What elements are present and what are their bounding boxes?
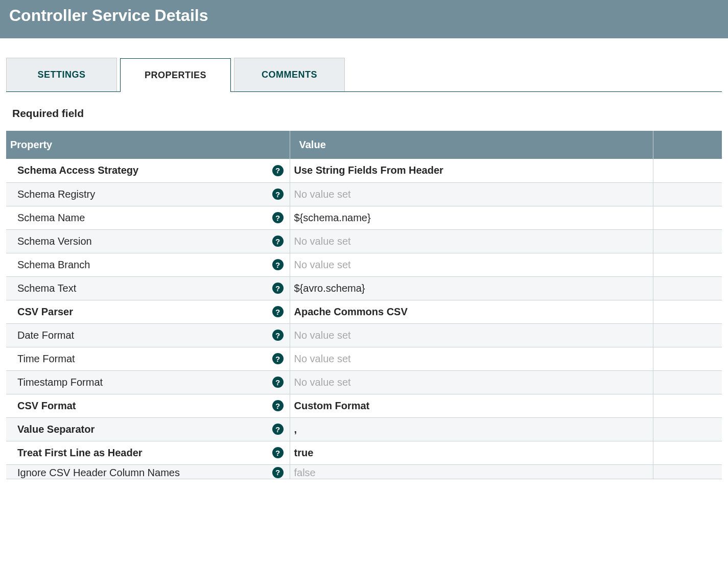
property-cell: Treat First Line as Header?	[6, 441, 290, 464]
extra-cell	[653, 253, 722, 276]
table-row[interactable]: Timestamp Format?No value set	[6, 370, 722, 394]
property-name: Treat First Line as Header	[17, 447, 143, 459]
extra-cell	[653, 370, 722, 394]
property-cell: Schema Access Strategy?	[6, 159, 290, 182]
help-icon[interactable]: ?	[272, 330, 284, 341]
tab-settings[interactable]: SETTINGS	[6, 58, 117, 91]
value-cell[interactable]: ${schema.name}	[290, 206, 653, 229]
property-name: Value Separator	[17, 424, 95, 435]
table-row[interactable]: Schema Version?No value set	[6, 229, 722, 253]
property-cell: CSV Format?	[6, 394, 290, 417]
table-row[interactable]: CSV Format?Custom Format	[6, 394, 722, 417]
extra-cell	[653, 206, 722, 229]
help-icon[interactable]: ?	[272, 424, 284, 435]
help-icon[interactable]: ?	[272, 353, 284, 364]
value-cell[interactable]: false	[290, 464, 653, 479]
column-header-property: Property	[6, 131, 290, 159]
extra-cell	[653, 300, 722, 323]
property-name: Ignore CSV Header Column Names	[17, 467, 180, 479]
help-icon[interactable]: ?	[272, 212, 284, 223]
extra-cell	[653, 347, 722, 370]
value-cell[interactable]: Custom Format	[290, 394, 653, 417]
extra-cell	[653, 464, 722, 479]
table-row[interactable]: CSV Parser?Apache Commons CSV	[6, 300, 722, 323]
tab-label: PROPERTIES	[145, 70, 206, 81]
help-icon[interactable]: ?	[272, 189, 284, 200]
help-icon[interactable]: ?	[272, 377, 284, 388]
value-cell[interactable]: true	[290, 441, 653, 464]
table-row[interactable]: Schema Registry?No value set	[6, 182, 722, 206]
extra-cell	[653, 394, 722, 417]
tabs-row: SETTINGSPROPERTIESCOMMENTS	[6, 58, 722, 92]
value-cell[interactable]: ,	[290, 417, 653, 441]
property-name: Schema Branch	[17, 259, 90, 271]
tab-label: SETTINGS	[37, 69, 85, 80]
table-row[interactable]: Schema Name?${schema.name}	[6, 206, 722, 229]
extra-cell	[653, 441, 722, 464]
property-name: Schema Version	[17, 236, 92, 247]
tab-properties[interactable]: PROPERTIES	[120, 58, 231, 92]
property-cell: Date Format?	[6, 323, 290, 347]
property-cell: Timestamp Format?	[6, 370, 290, 394]
table-row[interactable]: Ignore CSV Header Column Names?false	[6, 464, 722, 479]
extra-cell	[653, 229, 722, 253]
extra-cell	[653, 276, 722, 300]
property-name: Schema Access Strategy	[17, 165, 138, 176]
value-cell[interactable]: No value set	[290, 323, 653, 347]
help-icon[interactable]: ?	[272, 467, 284, 478]
property-cell: Schema Branch?	[6, 253, 290, 276]
property-cell: Time Format?	[6, 347, 290, 370]
property-name: Schema Text	[17, 283, 76, 294]
value-cell[interactable]: No value set	[290, 347, 653, 370]
column-header-extra	[653, 131, 722, 159]
extra-cell	[653, 159, 722, 182]
value-cell[interactable]: ${avro.schema}	[290, 276, 653, 300]
table-row[interactable]: Treat First Line as Header?true	[6, 441, 722, 464]
property-cell: Schema Registry?	[6, 182, 290, 206]
help-icon[interactable]: ?	[272, 259, 284, 270]
dialog-content: SETTINGSPROPERTIESCOMMENTS Required fiel…	[0, 58, 728, 479]
property-name: Date Format	[17, 330, 74, 341]
help-icon[interactable]: ?	[272, 447, 284, 458]
table-row[interactable]: Time Format?No value set	[6, 347, 722, 370]
property-cell: Schema Text?	[6, 276, 290, 300]
value-cell[interactable]: No value set	[290, 253, 653, 276]
property-cell: Ignore CSV Header Column Names?	[6, 464, 290, 479]
table-row[interactable]: Schema Branch?No value set	[6, 253, 722, 276]
value-cell[interactable]: No value set	[290, 229, 653, 253]
dialog-title: Controller Service Details	[9, 6, 719, 25]
table-row[interactable]: Schema Access Strategy?Use String Fields…	[6, 159, 722, 182]
value-cell[interactable]: No value set	[290, 370, 653, 394]
tab-comments[interactable]: COMMENTS	[234, 58, 345, 91]
property-cell: Schema Name?	[6, 206, 290, 229]
property-cell: CSV Parser?	[6, 300, 290, 323]
dialog-header: Controller Service Details	[0, 0, 728, 38]
tab-label: COMMENTS	[262, 69, 317, 80]
properties-table: Property Value Schema Access Strategy?Us…	[6, 131, 722, 479]
value-cell[interactable]: No value set	[290, 182, 653, 206]
help-icon[interactable]: ?	[272, 283, 284, 294]
property-name: CSV Format	[17, 400, 76, 412]
extra-cell	[653, 417, 722, 441]
column-header-value: Value	[290, 131, 653, 159]
properties-table-head: Property Value	[6, 131, 722, 159]
property-name: Schema Registry	[17, 189, 95, 200]
property-name: Schema Name	[17, 212, 85, 224]
help-icon[interactable]: ?	[272, 236, 284, 247]
value-cell[interactable]: Apache Commons CSV	[290, 300, 653, 323]
help-icon[interactable]: ?	[272, 306, 284, 317]
extra-cell	[653, 323, 722, 347]
property-cell: Value Separator?	[6, 417, 290, 441]
help-icon[interactable]: ?	[272, 400, 284, 411]
table-row[interactable]: Schema Text?${avro.schema}	[6, 276, 722, 300]
help-icon[interactable]: ?	[272, 165, 284, 176]
table-row[interactable]: Value Separator?,	[6, 417, 722, 441]
table-row[interactable]: Date Format?No value set	[6, 323, 722, 347]
required-field-label: Required field	[12, 107, 722, 120]
extra-cell	[653, 182, 722, 206]
property-name: Timestamp Format	[17, 377, 103, 388]
property-cell: Schema Version?	[6, 229, 290, 253]
value-cell[interactable]: Use String Fields From Header	[290, 159, 653, 182]
property-name: Time Format	[17, 353, 75, 365]
property-name: CSV Parser	[17, 306, 73, 318]
